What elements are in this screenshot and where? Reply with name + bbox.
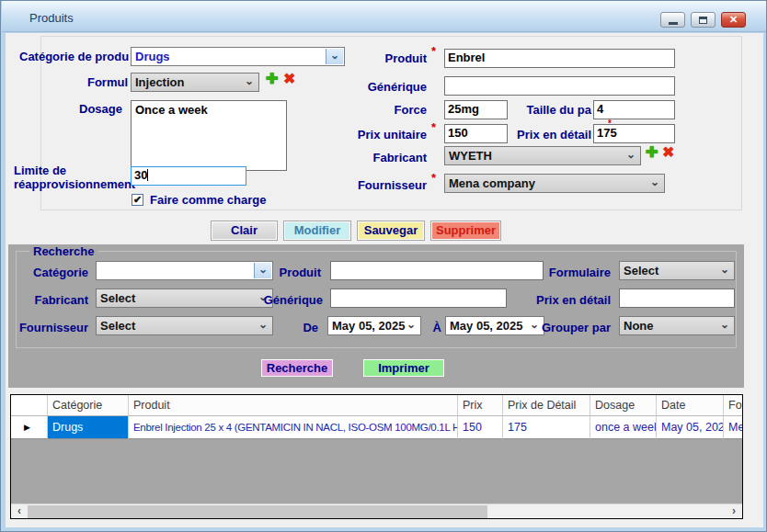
chevron-down-icon: ⌄: [406, 318, 416, 331]
manufacturer-label: Fabricant: [318, 151, 427, 164]
cell-supplier[interactable]: Men: [724, 416, 742, 439]
clear-button[interactable]: Clair: [211, 221, 278, 241]
reorder-limit-label-line2: réapprovisionnement: [14, 177, 135, 191]
search-retail-price-input[interactable]: [619, 289, 735, 308]
row-header-cell[interactable]: ▶: [11, 416, 48, 439]
grid-header-price[interactable]: Prix: [458, 395, 503, 416]
search-product-label: Produit: [249, 266, 321, 279]
grid-header-retail-price[interactable]: Prix de Détail: [503, 395, 590, 416]
scrollbar-thumb[interactable]: [28, 505, 487, 518]
delete-button[interactable]: Supprimer: [430, 221, 501, 241]
reorder-limit-input[interactable]: 30: [131, 166, 246, 186]
product-input[interactable]: Enbrel: [444, 49, 675, 68]
title-bar: Produits ✕: [2, 1, 766, 32]
delete-manufacturer-icon[interactable]: ✖: [662, 144, 674, 161]
search-formulation-select[interactable]: Select ⌄: [619, 261, 735, 280]
search-groupbox-title: Recherche: [29, 244, 97, 258]
search-generic-input[interactable]: [330, 289, 507, 308]
search-supplier-select[interactable]: Select ⌄: [96, 316, 273, 335]
window-title: Produits: [29, 11, 74, 25]
search-category-select[interactable]: ⌄: [96, 261, 273, 280]
date-from-label: De: [277, 321, 318, 334]
search-retail-price-label: Prix en détail: [521, 293, 611, 307]
add-manufacturer-icon[interactable]: ✚: [646, 144, 658, 161]
cell-product[interactable]: Enbrel Injection 25 x 4 (GENTAMICIN IN N…: [129, 416, 458, 439]
dosage-textarea[interactable]: Once a week: [131, 100, 287, 171]
save-button[interactable]: Sauvegar: [357, 221, 425, 241]
chevron-down-icon: ⌄: [720, 318, 729, 331]
edit-button[interactable]: Modifier: [283, 221, 351, 241]
formulation-value: Injection: [135, 75, 184, 89]
manufacturer-select[interactable]: WYETH ⌄: [444, 146, 641, 165]
supplier-value: Mena company: [449, 176, 535, 190]
generic-input[interactable]: [444, 76, 675, 96]
grid-header-dosage[interactable]: Dosage: [590, 395, 657, 416]
search-supplier-value: Select: [100, 319, 135, 333]
cell-date[interactable]: May 05, 2025: [657, 416, 724, 439]
grid-header-product[interactable]: Produit: [129, 395, 458, 416]
window-controls: ✕: [660, 12, 746, 28]
search-manufacturer-label: Fabricant: [10, 293, 88, 307]
results-grid[interactable]: Catégorie Produit Prix Prix de Détail Do…: [10, 394, 743, 519]
search-formulation-value: Select: [624, 264, 658, 277]
cell-retail-price[interactable]: 175: [503, 416, 590, 439]
date-to-label: À: [427, 321, 441, 334]
maximize-button[interactable]: [691, 12, 715, 28]
search-manufacturer-select[interactable]: Select ⌄: [96, 289, 273, 308]
search-manufacturer-value: Select: [100, 291, 135, 305]
grid-corner-header: [11, 395, 48, 416]
chevron-down-icon: ⌄: [258, 318, 268, 331]
check-icon: ✔: [133, 194, 142, 205]
add-formulation-icon[interactable]: ✚: [266, 71, 278, 87]
maximize-icon: [699, 17, 707, 24]
close-button[interactable]: ✕: [721, 12, 746, 28]
dosage-label: Dosage: [38, 102, 122, 116]
unit-price-required-marker: *: [431, 120, 436, 134]
formulation-select[interactable]: Injection ⌄: [131, 73, 259, 92]
grid-header-date[interactable]: Date: [657, 395, 724, 416]
pack-size-label: Taille du pa: [483, 103, 591, 117]
current-row-marker-icon: ▶: [24, 423, 30, 432]
grid-header-supplier[interactable]: Fo: [724, 395, 742, 416]
product-label: Produit: [318, 51, 427, 65]
scroll-left-icon[interactable]: ‹: [13, 505, 26, 518]
date-from-picker[interactable]: May 05, 2025 ⌄: [327, 316, 421, 335]
category-select[interactable]: Drugs ⌄: [131, 47, 345, 66]
cell-price[interactable]: 150: [458, 416, 503, 439]
close-icon: ✕: [729, 13, 738, 27]
chevron-down-icon: ⌄: [720, 263, 729, 276]
chevron-down-icon: ⌄: [626, 148, 635, 161]
scroll-right-icon[interactable]: ›: [727, 505, 740, 518]
supplier-label: Fournisseur: [318, 178, 427, 192]
manufacturer-value: WYETH: [449, 149, 492, 163]
charge-checkbox-label: Faire comme charge: [150, 193, 266, 207]
search-supplier-label: Fournisseur: [10, 321, 88, 334]
search-formulation-label: Formulaire: [530, 266, 611, 279]
supplier-select[interactable]: Mena company ⌄: [444, 174, 665, 193]
supplier-required-marker: *: [431, 171, 436, 185]
retail-price-label: Prix en détail: [483, 128, 591, 141]
product-required-marker: *: [431, 44, 436, 58]
category-label: Catégorie de produ: [19, 50, 128, 63]
pack-size-input[interactable]: 4: [593, 100, 675, 119]
minimize-button[interactable]: [660, 12, 685, 28]
text-caret: [147, 169, 148, 181]
search-product-input[interactable]: [330, 261, 544, 280]
date-from-value: May 05, 2025: [332, 319, 406, 333]
print-button[interactable]: Imprimer: [362, 358, 445, 378]
delete-formulation-icon[interactable]: ✖: [283, 71, 295, 87]
group-by-select[interactable]: None ⌄: [619, 316, 735, 335]
cell-dosage[interactable]: once a week: [590, 416, 657, 439]
chevron-down-icon: ⌄: [245, 74, 254, 87]
charge-checkbox[interactable]: ✔: [132, 194, 143, 206]
cell-category[interactable]: Drugs: [48, 416, 129, 439]
retail-price-input[interactable]: 175: [593, 124, 675, 143]
horizontal-scrollbar[interactable]: ‹ ›: [11, 504, 742, 518]
date-to-value: May 05, 2025: [450, 319, 523, 333]
category-value: Drugs: [135, 50, 170, 63]
search-button[interactable]: Recherche: [260, 358, 334, 378]
reorder-limit-label-line1: Limite de: [14, 164, 66, 177]
grid-header-category[interactable]: Catégorie: [48, 395, 129, 416]
chevron-down-icon: ⌄: [650, 175, 659, 188]
group-by-value: None: [624, 319, 654, 333]
